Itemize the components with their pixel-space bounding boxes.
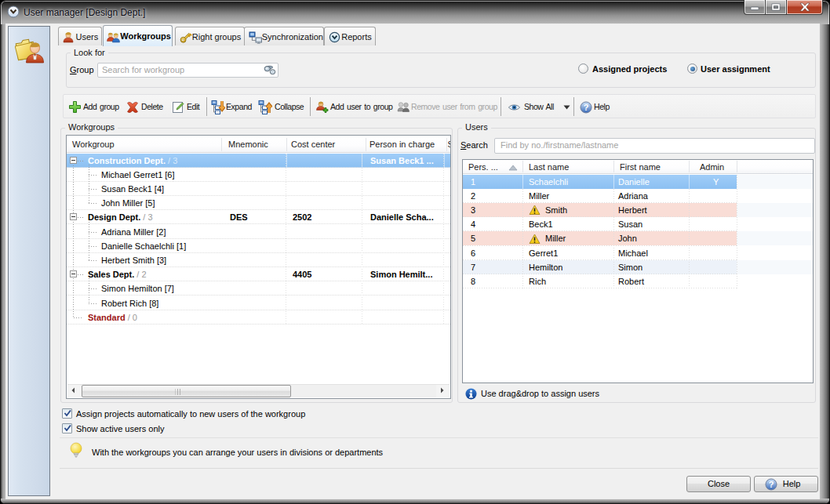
- svg-text:?: ?: [769, 480, 774, 489]
- svg-text:?: ?: [584, 103, 589, 112]
